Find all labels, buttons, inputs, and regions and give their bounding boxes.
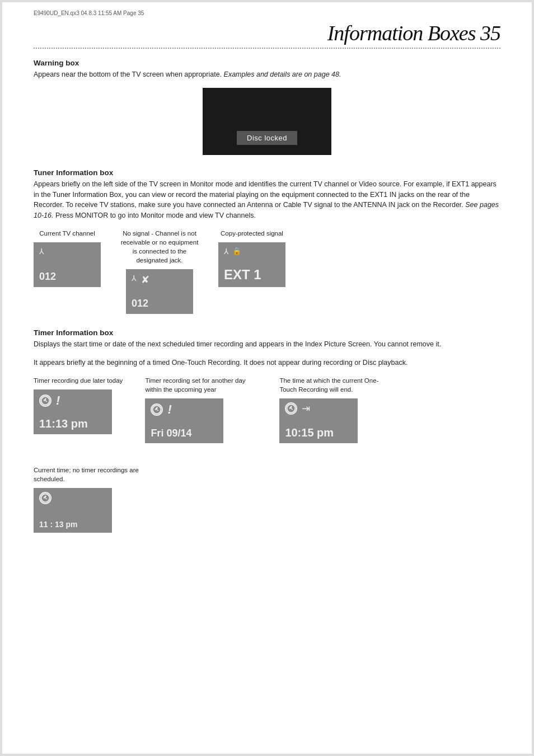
timer-top-row-4 [39,492,51,504]
timer-exclaim-icon-2: ! [167,402,171,417]
channel-num-2: 012 [132,298,188,309]
timer-top-row-2: ! [151,402,171,417]
tuner-screens-row: Current TV channel ⅄ 012 No signal - Cha… [34,229,500,314]
timer-clock-icon-4 [39,492,51,504]
page-title: Information Boxes 35 [327,21,500,45]
tv-top-row-3: ⅄ 🔒 [224,247,280,256]
timer-caption-2: Timer recording set for another day with… [145,376,257,394]
antenna-icon-2: ⅄ [132,274,137,283]
timer-time-3: 10:15 pm [285,426,334,439]
warning-box-section: Warning box Appears near the bottom of t… [34,59,500,155]
tv-top-row-1: ⅄ [39,247,95,256]
timer-screen-3: ⇥ 10:15 pm [279,398,358,443]
timer-group-4: Current time; no timer recordings are sc… [34,466,146,533]
screen-caption-1: Current TV channel [39,229,95,238]
tv-screen-content-3: ⅄ 🔒 EXT 1 [224,247,280,283]
svg-line-5 [157,410,158,411]
timer-time-4: 11 : 13 pm [39,520,77,529]
ext-label-3: EXT 1 [224,267,280,283]
timer-screen-4: 11 : 13 pm [34,488,112,533]
antenna-icon-3: ⅄ [224,247,229,256]
timer-exclaim-icon-1: ! [56,393,60,408]
screen-caption-3: Copy-protected signal [221,229,283,238]
timer-screens-grid: Timer recording due later today ! 11:13 [34,376,500,533]
screen-group-copy-protected: Copy-protected signal ⅄ 🔒 EXT 1 [218,229,285,287]
warning-screen-mockup: Disc locked [203,88,331,155]
timer-box-heading: Timer Information box [34,328,500,337]
timer-clock-icon-1 [39,395,51,407]
page-border-top [0,0,534,2]
page-border-right [532,0,534,756]
timer-box-desc2: It appears briefly at the beginning of a… [34,358,500,368]
tuner-box-heading: Tuner Information box [34,168,500,177]
tuner-box-section: Tuner Information box Appears briefly on… [34,168,500,314]
disc-locked-label: Disc locked [237,131,297,145]
svg-line-8 [291,408,293,410]
timer-group-2: Timer recording set for another day with… [145,376,257,443]
page-title-area: Information Boxes 35 [34,21,500,45]
page-wrapper: E9490UD_EN.qx3 04.8.3 11:55 AM Page 35 I… [0,0,534,756]
svg-line-11 [45,498,47,499]
tuner-box-desc: Appears briefly on the left side of the … [34,179,500,221]
timer-top-row-3: ⇥ [285,402,310,415]
tv-top-row-2: ⅄ ✘ [132,274,188,286]
timer-box-section: Timer Information box Displays the start… [34,328,500,533]
section-divider [34,48,500,49]
timer-time-1: 11:13 pm [39,417,88,430]
timer-caption-4: Current time; no timer recordings are sc… [34,466,146,483]
timer-screen-2: ! Fri 09/14 [145,398,223,443]
timer-clock-icon-2 [151,403,163,416]
timer-top-row-1: ! [39,393,60,408]
svg-line-2 [45,401,47,402]
page-border-bottom [0,754,534,756]
warning-box-desc: Appears near the bottom of the TV screen… [34,69,500,80]
tv-screen-content-1: ⅄ 012 [39,247,95,283]
file-meta: E9490UD_EN.qx3 04.8.3 11:55 AM Page 35 [34,10,500,16]
tv-screen-content-2: ⅄ ✘ 012 [132,274,188,309]
channel-num-1: 012 [39,271,95,283]
page-border-left [0,0,2,756]
screen-caption-2: No signal - Channel is not receivable or… [118,229,202,265]
timer-box-desc1: Displays the start time or date of the n… [34,339,500,350]
timer-date-2: Fri 09/14 [151,428,191,439]
tv-screen-2: ⅄ ✘ 012 [126,269,193,314]
warning-box-heading: Warning box [34,59,500,67]
tv-screen-3: ⅄ 🔒 EXT 1 [218,242,285,287]
timer-arrow-icon-3: ⇥ [302,402,310,415]
copy-protection-lock-icon: 🔒 [232,247,241,255]
screen-group-no-signal: No signal - Channel is not receivable or… [118,229,202,314]
antenna-icon-1: ⅄ [39,247,44,256]
timer-caption-3: The time at which the current One-Touch … [279,376,391,394]
timer-group-3: The time at which the current One-Touch … [279,376,391,443]
tv-screen-1: ⅄ 012 [34,242,101,287]
timer-screen-1: ! 11:13 pm [34,389,112,434]
timer-caption-1: Timer recording due later today [34,376,123,385]
timer-clock-icon-3 [285,402,297,415]
no-signal-star-icon: ✘ [141,274,149,286]
screen-group-current-channel: Current TV channel ⅄ 012 [34,229,101,287]
timer-group-1: Timer recording due later today ! 11:13 [34,376,123,443]
